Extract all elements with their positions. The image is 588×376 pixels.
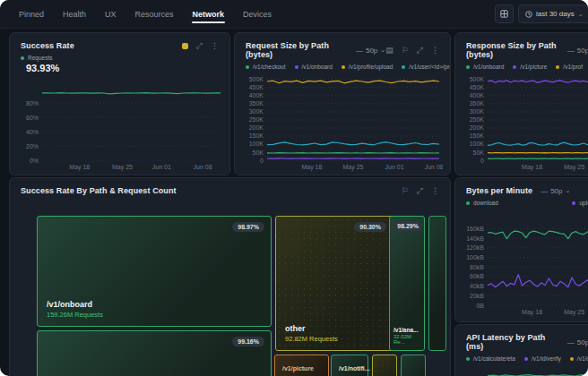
panel-request-size-header: Request Size by Path (bytes) — 50p ⌄ ▤ ⚐… [235,33,450,62]
svg-text:50K: 50K [473,150,485,156]
treemap-path-label: /v1/notifi... [339,365,370,372]
svg-text:80%: 80% [26,100,39,107]
legend: Requests [10,53,229,61]
bytes-per-minute-chart: 160kB140kB120kB100kB80kB60kB40kB20kB0BMa… [463,219,588,316]
legend-label: /v1/onbo [577,355,588,362]
legend-item-download[interactable]: download [466,200,498,206]
legend-item-upload[interactable]: upload [572,200,588,206]
panel-response-size: Response Size by Path (bytes) — 50p ⌄ /v… [454,32,588,175]
percentile-select[interactable]: — 50p ⌄ [567,47,588,55]
chart-type-icon[interactable]: ▤ [385,47,393,55]
svg-text:May 25: May 25 [564,309,584,316]
svg-text:Jun 08: Jun 08 [194,164,212,170]
svg-text:May 25: May 25 [343,164,364,171]
alert-flag-icon[interactable]: ⚐ [402,187,409,195]
legend-label: /v1/calculate/eta [473,355,515,362]
svg-text:150K: 150K [470,132,485,139]
svg-text:100K: 100K [470,141,485,147]
treemap-box-second[interactable]: 99.16% [37,330,272,376]
legend: /v1/checkout /v1/onboard /v1/profile/upl… [235,62,450,70]
tab-network[interactable]: Network [192,2,226,27]
legend-item-requests[interactable]: Requests [21,55,52,61]
panel-title: Success Rate By Path & Request Count [21,186,177,195]
percentile-select[interactable]: — 50p ⌄ [567,338,588,346]
treemap-requests-label: 92.82M Requests [285,335,338,343]
date-range-button[interactable]: last 30 days ⌄ [518,4,588,23]
legend-dot [466,201,470,205]
legend-item[interactable]: /v1/onboard [295,64,333,70]
svg-text:200K: 200K [470,124,485,131]
percentile-select[interactable]: — 50p ⌄ [356,47,385,55]
tab-pinned[interactable]: Pinned [18,2,45,27]
tab-resources[interactable]: Resources [134,2,175,27]
nav-actions: last 30 days ⌄ Filter/Co [495,4,588,23]
svg-text:100kB: 100kB [466,254,484,261]
success-badge: 98.29% [393,221,422,231]
treemap-box-other[interactable]: 90.30% other 92.82M Requests [275,216,393,351]
legend-item[interactable]: /v1/prof [556,64,583,70]
kebab-menu-icon[interactable]: ⋮ [431,187,439,195]
svg-text:400K: 400K [249,92,264,98]
svg-text:May 18: May 18 [69,164,90,171]
request-size-chart: 500K450K400K350K300K250K200K150K100K50K0… [242,73,443,171]
expand-icon[interactable]: ⤢ [196,42,203,50]
layout-grid-button[interactable] [495,4,514,23]
alert-flag-icon[interactable]: ⚐ [402,47,409,55]
legend-dot [513,65,516,69]
treemap-box-small-2[interactable] [401,355,426,376]
kebab-menu-icon[interactable]: ⋮ [211,42,219,50]
kebab-menu-icon[interactable]: ⋮ [431,47,439,55]
svg-text:Jun 01: Jun 01 [152,164,171,170]
notebook-indicator-icon[interactable] [182,43,188,49]
legend-label: /v1/checkout [253,64,286,70]
legend-dot [466,65,470,69]
chevron-down-icon: ⌄ [578,11,584,18]
panel-bytes-per-minute: Bytes per Minute — 50p ⌄ download upload… [454,177,588,322]
treemap-box-notifications[interactable]: /v1/notifi... [331,355,368,376]
tab-devices[interactable]: Devices [242,2,272,27]
legend-item[interactable]: /v1/profile/upload [342,64,393,70]
success-badge: 99.16% [232,337,264,346]
legend-dot [570,357,574,361]
panel-bytes-header: Bytes per Minute — 50p ⌄ [455,178,588,198]
legend-item[interactable]: /v1/id/verify [524,355,561,362]
panel-success-rate: Success Rate ⤢ ⋮ Requests 93.93% 80%60%4… [9,32,230,175]
tab-ux[interactable]: UX [104,2,117,27]
legend-dot [295,65,298,69]
expand-icon[interactable]: ⤢ [417,187,423,195]
panel-success-by-path: Success Rate By Path & Request Count ⚐ ⤢… [9,177,451,376]
grid-icon [500,10,508,18]
legend-item[interactable]: /v1/picture [513,64,547,70]
svg-text:20%: 20% [26,143,39,150]
treemap-box-picture[interactable]: /v1/picture [274,355,329,376]
treemap-box-onboard[interactable]: 98.97% /v1/onboard 159.26M Requests [37,216,272,327]
percentile-select[interactable]: — 50p ⌄ [540,187,570,195]
legend-item[interactable]: /v1/calculate/eta [466,355,515,362]
legend: download upload [455,198,588,206]
legend-item[interactable]: /v1/checkout [246,64,286,70]
legend-label: /v1/onboard [302,64,333,70]
percentile-value: 50p [577,47,588,55]
date-range-label: last 30 days [536,10,575,18]
treemap-box-strip[interactable] [428,216,446,351]
treemap-box-analytics[interactable]: 98.29% /v1/ana... 32.02M Re... [389,216,425,351]
legend-dot [556,65,559,69]
legend-dot [466,357,470,361]
treemap-box-small-1[interactable] [372,355,397,376]
legend: /v1/calculate/eta /v1/id/verify /v1/onbo [455,354,588,362]
dash-icon: — [540,187,548,195]
svg-text:0%: 0% [30,158,39,164]
panel-title: Request Size by Path (bytes) [246,41,348,59]
expand-icon[interactable]: ⤢ [417,47,423,55]
treemap-path-label: /v1/picture [282,365,314,372]
svg-text:0: 0 [480,158,484,164]
legend-item[interactable]: /v1/onboard [466,64,504,70]
panel-title: Bytes per Minute [466,186,532,195]
success-badge: 90.30% [354,222,386,232]
panel-success-by-path-header: Success Rate By Path & Request Count ⚐ ⤢… [10,178,450,198]
tab-health[interactable]: Health [62,2,87,27]
svg-text:300K: 300K [249,108,264,115]
svg-text:0: 0 [260,158,264,164]
legend-item[interactable]: /v1/onbo [570,355,588,362]
legend-item[interactable]: /v1/user/<id>/profile [402,64,451,70]
